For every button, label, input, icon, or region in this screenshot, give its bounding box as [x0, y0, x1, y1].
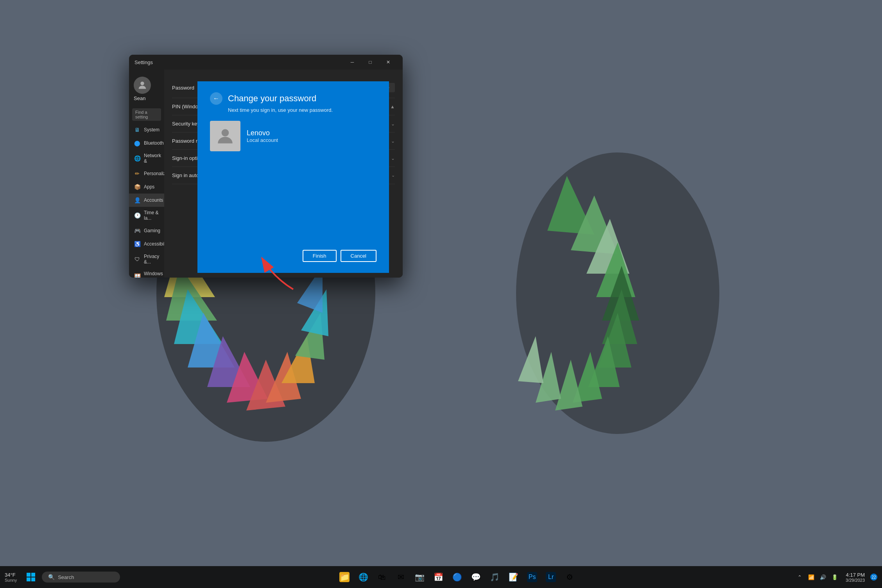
- settings-window: Settings ─ □ ✕ Sean Find a setting: [129, 55, 403, 278]
- weather-info[interactable]: 34°F Sunny: [5, 572, 17, 583]
- system-tray: ⌃ 📶 🔊 🔋: [794, 572, 840, 583]
- sidebar-item-accessibility-label: Accessibili...: [144, 241, 164, 247]
- maximize-button[interactable]: □: [361, 56, 379, 68]
- photoshop-icon: Ps: [527, 572, 537, 582]
- lightroom-icon: Lr: [546, 572, 556, 582]
- taskbar-icon-teams[interactable]: 💬: [467, 568, 484, 586]
- time-icon: 🕐: [134, 212, 141, 219]
- sidebar-item-time[interactable]: 🕐 Time & la...: [129, 207, 164, 224]
- taskbar-icon-photoshop[interactable]: Ps: [523, 568, 541, 586]
- taskbar-icon-mail[interactable]: ✉: [392, 568, 409, 586]
- change-password-dialog: ← Change your password Next time you sig…: [197, 81, 389, 273]
- network-icon: 🌐: [134, 155, 141, 162]
- weather-temperature: 34°F: [5, 572, 16, 578]
- dialog-spacer: [210, 159, 376, 244]
- tray-chevron[interactable]: ⌃: [794, 572, 805, 583]
- accounts-icon: 👤: [134, 197, 141, 204]
- taskbar-icon-word[interactable]: 📝: [505, 568, 522, 586]
- search-label: Search: [58, 574, 74, 580]
- system-icon: 🖥: [134, 126, 141, 133]
- sidebar-item-gaming-label: Gaming: [144, 228, 160, 233]
- sidebar-item-system-label: System: [144, 127, 160, 133]
- account-avatar: [210, 121, 240, 151]
- window-controls: ─ □ ✕: [343, 56, 397, 68]
- taskbar-icon-calendar[interactable]: 📅: [430, 568, 447, 586]
- chrome-icon: 🔵: [452, 572, 462, 582]
- sidebar-item-apps-label: Apps: [144, 184, 154, 190]
- sidebar-item-bluetooth[interactable]: ⬤ Bluetooth: [129, 136, 164, 150]
- windows-update-icon: 🪟: [134, 273, 141, 278]
- dialog-overlay: ← Change your password Next time you sig…: [164, 70, 403, 278]
- user-name: Sean: [134, 95, 145, 101]
- close-button[interactable]: ✕: [379, 56, 397, 68]
- taskbar-icon-store[interactable]: 🛍: [373, 568, 391, 586]
- svg-rect-33: [27, 573, 30, 577]
- word-icon: 📝: [508, 572, 518, 582]
- notification-badge[interactable]: 22: [870, 574, 877, 581]
- apps-icon: 📦: [134, 183, 141, 190]
- sidebar-item-accounts[interactable]: 👤 Accounts: [129, 194, 164, 207]
- sidebar-item-apps[interactable]: 📦 Apps: [129, 180, 164, 194]
- file-explorer-icon: 📁: [339, 572, 350, 582]
- window-titlebar: Settings ─ □ ✕: [129, 55, 403, 70]
- sidebar-item-accessibility[interactable]: ♿ Accessibili...: [129, 237, 164, 251]
- tray-volume-icon[interactable]: 🔊: [817, 572, 828, 583]
- sidebar-item-windows-update[interactable]: 🪟 Windows ...: [129, 268, 164, 278]
- taskbar-icon-photos[interactable]: 📷: [411, 568, 428, 586]
- settings-body: Sean Find a setting 🖥 System ⬤ Bluetooth…: [129, 70, 403, 278]
- settings-taskbar-icon: ⚙: [565, 572, 575, 582]
- dialog-buttons: Finish Cancel: [210, 244, 376, 262]
- taskbar-icon-lightroom[interactable]: Lr: [542, 568, 559, 586]
- spotify-icon: 🎵: [489, 572, 500, 582]
- main-content: Password Change PIN (Windows Hello) ▲ Se…: [164, 70, 403, 278]
- sidebar-item-bluetooth-label: Bluetooth: [144, 140, 164, 146]
- sidebar-item-system[interactable]: 🖥 System: [129, 123, 164, 136]
- sidebar-item-privacy[interactable]: 🛡 Privacy &...: [129, 251, 164, 268]
- sidebar-item-privacy-label: Privacy &...: [144, 254, 160, 265]
- sidebar-item-network[interactable]: 🌐 Network &: [129, 150, 164, 167]
- cancel-button[interactable]: Cancel: [341, 250, 376, 262]
- dialog-header: ← Change your password: [210, 92, 376, 105]
- svg-point-30: [140, 82, 144, 85]
- sidebar-item-windows-label: Windows ...: [144, 271, 163, 278]
- taskbar-icon-spotify[interactable]: 🎵: [486, 568, 503, 586]
- settings-sidebar: Sean Find a setting 🖥 System ⬤ Bluetooth…: [129, 70, 164, 278]
- user-avatar[interactable]: [134, 77, 151, 94]
- sidebar-item-gaming[interactable]: 🎮 Gaming: [129, 224, 164, 237]
- finish-button[interactable]: Finish: [303, 250, 337, 262]
- taskbar-icon-settings[interactable]: ⚙: [561, 568, 578, 586]
- tray-battery-icon[interactable]: 🔋: [829, 572, 840, 583]
- svg-rect-36: [31, 577, 35, 581]
- clock-time: 4:17 PM: [846, 572, 865, 578]
- sidebar-search[interactable]: Find a setting: [132, 108, 161, 121]
- search-icon: 🔍: [48, 574, 55, 580]
- clock-section[interactable]: 4:17 PM 3/29/2023: [843, 572, 868, 583]
- dialog-subtitle: Next time you sign in, use your new pass…: [228, 107, 376, 113]
- account-details: Lenovo Local account: [247, 129, 278, 143]
- account-name: Lenovo: [247, 129, 278, 137]
- sidebar-item-accounts-label: Accounts: [144, 197, 163, 203]
- taskbar-icon-file-explorer[interactable]: 📁: [336, 568, 353, 586]
- sidebar-item-time-label: Time & la...: [144, 210, 160, 221]
- accessibility-icon: ♿: [134, 240, 141, 247]
- privacy-icon: 🛡: [134, 256, 141, 263]
- taskbar-center: 📁 🌐 🛍 ✉ 📷 📅 🔵 💬 🎵: [125, 568, 789, 586]
- taskbar-icon-chrome[interactable]: 🔵: [448, 568, 466, 586]
- start-button[interactable]: [22, 568, 39, 586]
- minimize-button[interactable]: ─: [343, 56, 361, 68]
- back-arrow-icon: ←: [213, 95, 219, 102]
- account-type: Local account: [247, 137, 278, 143]
- tray-network-icon[interactable]: 📶: [806, 572, 817, 583]
- taskbar-search[interactable]: 🔍 Search: [42, 572, 120, 583]
- window-title: Settings: [134, 59, 153, 65]
- user-section: Sean: [129, 74, 164, 106]
- bluetooth-icon: ⬤: [134, 140, 141, 147]
- svg-rect-34: [31, 573, 35, 577]
- taskbar: 34°F Sunny 🔍 Search 📁 🌐: [0, 566, 882, 588]
- windows-logo-icon: [27, 573, 35, 581]
- sidebar-item-personalization[interactable]: ✏ Personaliz...: [129, 167, 164, 180]
- dialog-title: Change your password: [228, 93, 316, 104]
- account-info: Lenovo Local account: [210, 121, 376, 151]
- dialog-back-button[interactable]: ←: [210, 92, 222, 105]
- taskbar-icon-edge[interactable]: 🌐: [355, 568, 372, 586]
